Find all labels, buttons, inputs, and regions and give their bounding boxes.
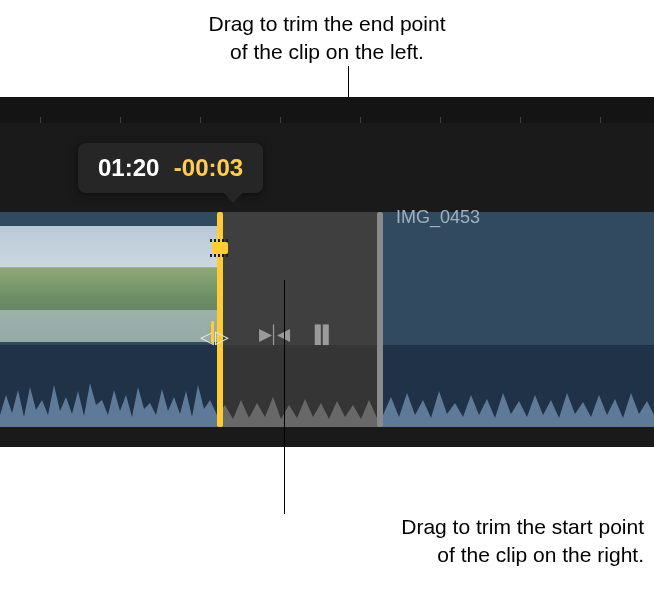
annotation-bottom-line1: Drag to trim the start point — [290, 513, 644, 541]
annotation-top: Drag to trim the end point of the clip o… — [0, 10, 654, 66]
annotation-bottom-line2: of the clip on the right. — [290, 541, 644, 569]
filmstrip-icon — [212, 242, 228, 254]
annotation-bottom: Drag to trim the start point of the clip… — [290, 513, 644, 569]
precision-editor-gap[interactable] — [217, 212, 383, 427]
tooltip-delta: -00:03 — [174, 154, 243, 181]
clip-right-title: IMG_0453 — [396, 207, 480, 228]
trim-tooltip: 01:20 -00:03 — [78, 143, 263, 193]
clip-right-waveform — [383, 345, 654, 427]
leader-line-bottom — [284, 280, 285, 514]
annotation-top-line1: Drag to trim the end point — [0, 10, 654, 38]
tooltip-time: 01:20 — [98, 154, 159, 181]
slip-icon[interactable]: ▐▌ — [309, 325, 337, 345]
clip-left-thumbnails — [0, 226, 217, 342]
clip-left[interactable] — [0, 212, 217, 427]
annotation-top-line2: of the clip on the left. — [0, 38, 654, 66]
gap-waveform — [217, 345, 383, 427]
clip-right[interactable] — [383, 212, 654, 427]
timeline-track: IMG_0453 ◁▷ ▶│◀ ▐▌ — [0, 212, 654, 427]
clip-left-waveform — [0, 345, 217, 427]
trim-handle-right[interactable] — [377, 212, 383, 427]
roll-trim-icon[interactable]: ▶│◀ — [259, 324, 287, 345]
help-figure: Drag to trim the end point of the clip o… — [0, 0, 654, 596]
timeline-ruler[interactable] — [0, 97, 654, 123]
trim-controls-row: ◁▷ ▶│◀ ▐▌ — [200, 321, 337, 348]
trim-handle-left[interactable] — [217, 212, 223, 427]
ripple-trim-icon[interactable]: ◁▷ — [200, 321, 225, 348]
timeline-panel: 01:20 -00:03 — [0, 97, 654, 447]
